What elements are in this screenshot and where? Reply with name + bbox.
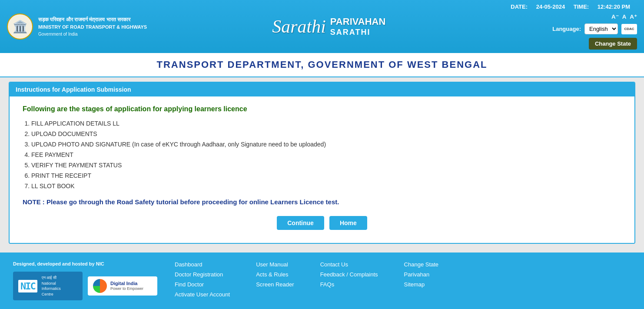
- site-header: 🏛️ सड़क परिवहन और राजमार्ग मंत्रालय भारत…: [0, 0, 644, 53]
- change-state-button[interactable]: Change State: [589, 38, 637, 50]
- footer-col-1: Dashboard Doctor Registration Find Docto…: [175, 261, 230, 298]
- page-title-bar: TRANSPORT DEPARTMENT, GOVERNMENT OF WEST…: [0, 53, 644, 77]
- sarathi-text-block: PARIVAHAN SARATHI: [330, 16, 386, 37]
- footer-link-faqs[interactable]: FAQs: [320, 281, 378, 288]
- footer-link-user-manual[interactable]: User Manual: [256, 261, 294, 268]
- instructions-intro: Following are the stages of application …: [23, 105, 621, 113]
- instructions-body: Following are the stages of application …: [10, 96, 634, 243]
- sarathi-text: SARATHI: [330, 28, 386, 37]
- main-content: Instructions for Application Submission …: [0, 77, 644, 253]
- footer-link-activate[interactable]: Activate User Account: [175, 291, 230, 298]
- parivahan-text: PARIVAHAN: [330, 16, 386, 27]
- language-label: Language:: [552, 26, 581, 32]
- footer-link-sitemap[interactable]: Sitemap: [404, 281, 439, 288]
- footer-link-doctor-reg[interactable]: Doctor Registration: [175, 271, 230, 278]
- action-buttons: Continue Home: [23, 216, 621, 230]
- nic-letters: NIC: [18, 280, 37, 292]
- font-increase-button[interactable]: A⁺: [630, 13, 637, 20]
- nic-logo: NIC एन आई सी National Informatics Centre: [13, 272, 83, 300]
- footer-link-contact[interactable]: Contact Us: [320, 261, 378, 268]
- sarathi-logo: Sarathi PARIVAHAN SARATHI: [272, 16, 385, 37]
- list-item: FEE PAYMENT: [31, 151, 621, 158]
- footer-link-feedback[interactable]: Feedback / Complaints: [320, 271, 378, 278]
- sarathi-script-logo: Sarathi: [272, 17, 326, 36]
- list-item: VERIFY THE PAYMENT STATUS: [31, 162, 621, 169]
- footer-col-3: Contact Us Feedback / Complaints FAQs: [320, 261, 378, 298]
- date-value: 24-05-2024: [536, 3, 565, 10]
- header-left: 🏛️ सड़क परिवहन और राजमार्ग मंत्रालय भारत…: [7, 13, 147, 40]
- page-title: TRANSPORT DEPARTMENT, GOVERNMENT OF WEST…: [0, 59, 644, 70]
- continue-button[interactable]: Continue: [277, 216, 324, 230]
- cdac-logo: CDAC: [621, 24, 637, 34]
- time-label: TIME:: [574, 3, 589, 10]
- steps-list: FILL APPLICATION DETAILS LL UPLOAD DOCUM…: [31, 120, 621, 189]
- datetime-display: DATE: 24-05-2024 TIME: 12:42:20 PM: [511, 3, 637, 10]
- designed-by-text: Designed, developed and hosted by: [13, 261, 95, 266]
- language-select[interactable]: English Hindi: [584, 23, 618, 34]
- nic-full-text: एन आई सी National Informatics Centre: [42, 275, 61, 297]
- note-text: NOTE : Please go through the Road Safety…: [23, 198, 621, 206]
- site-footer: Designed, developed and hosted by NIC NI…: [0, 253, 644, 309]
- footer-logos: Designed, developed and hosted by NIC NI…: [13, 261, 157, 300]
- footer-link-dashboard[interactable]: Dashboard: [175, 261, 230, 268]
- footer-col-4: Change State Parivahan Sitemap: [404, 261, 439, 298]
- font-decrease-button[interactable]: A⁻: [611, 13, 619, 20]
- list-item: PRINT THE RECEIPT: [31, 172, 621, 179]
- instructions-header: Instructions for Application Submission: [10, 83, 634, 96]
- digital-india-text: Digital India Power to Empower: [110, 280, 143, 292]
- header-center: Sarathi PARIVAHAN SARATHI: [272, 16, 385, 37]
- ministry-info: सड़क परिवहन और राजमार्ग मंत्रालय भारत सर…: [38, 16, 147, 37]
- time-value: 12:42:20 PM: [598, 3, 630, 10]
- ministry-hindi: सड़क परिवहन और राजमार्ग मंत्रालय भारत सर…: [38, 16, 147, 23]
- list-item: FILL APPLICATION DETAILS LL: [31, 120, 621, 127]
- footer-link-acts-rules[interactable]: Acts & Rules: [256, 271, 294, 278]
- home-button[interactable]: Home: [329, 216, 367, 230]
- digital-india-circle: [93, 279, 107, 293]
- list-item: UPLOAD PHOTO AND SIGNATURE (In case of e…: [31, 141, 621, 148]
- footer-link-change-state[interactable]: Change State: [404, 261, 439, 268]
- instructions-box: Instructions for Application Submission …: [9, 82, 635, 244]
- government-emblem: 🏛️: [7, 13, 33, 40]
- header-right: DATE: 24-05-2024 TIME: 12:42:20 PM A⁻ A …: [511, 3, 637, 50]
- footer-link-screen-reader[interactable]: Screen Reader: [256, 281, 294, 288]
- designed-by-link: NIC: [96, 261, 104, 266]
- list-item: LL SLOT BOOK: [31, 183, 621, 189]
- font-controls: A⁻ A A⁺: [611, 13, 637, 20]
- list-item: UPLOAD DOCUMENTS: [31, 130, 621, 137]
- font-normal-button[interactable]: A: [622, 13, 627, 20]
- gov-label: Government of India: [38, 31, 147, 37]
- date-label: DATE:: [511, 3, 528, 10]
- ministry-eng: MINISTRY OF ROAD TRANSPORT & HIGHWAYS: [38, 23, 147, 31]
- footer-link-parivahan[interactable]: Parivahan: [404, 271, 439, 278]
- footer-col-2: User Manual Acts & Rules Screen Reader: [256, 261, 294, 298]
- footer-links: Dashboard Doctor Registration Find Docto…: [175, 261, 631, 298]
- language-row: Language: English Hindi CDAC: [552, 23, 637, 34]
- footer-link-find-doctor[interactable]: Find Doctor: [175, 281, 230, 288]
- digital-india-logo: Digital India Power to Empower: [88, 276, 157, 296]
- designed-by: Designed, developed and hosted by NIC: [13, 261, 157, 266]
